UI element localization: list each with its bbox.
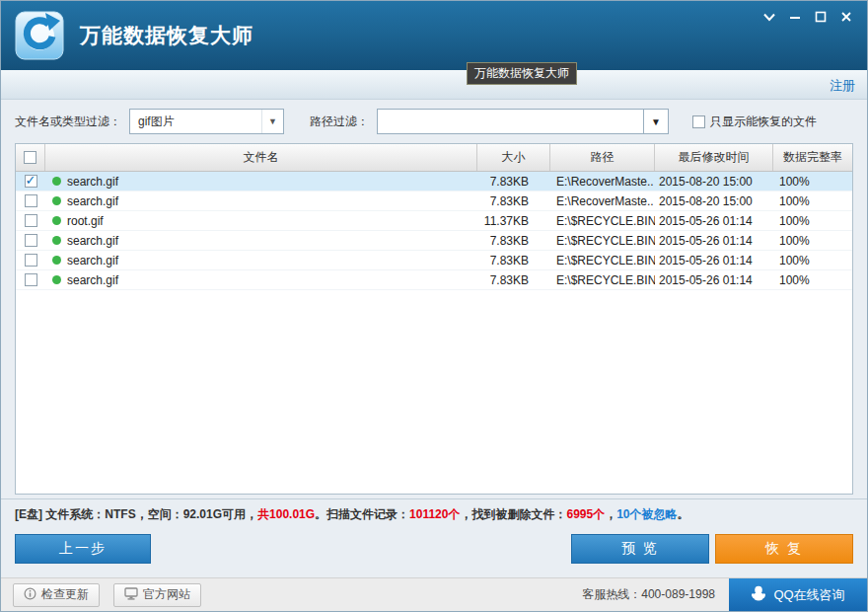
file-name: search.gif [67, 273, 118, 287]
file-name: search.gif [67, 254, 118, 268]
action-bar: 上一步 预 览 恢 复 [1, 525, 867, 573]
table-header-row: 文件名 大小 路径 最后修改时间 数据完整率 [16, 144, 852, 172]
row-checkbox[interactable] [25, 273, 37, 286]
column-header-size[interactable]: 大小 [477, 144, 550, 171]
row-checkbox[interactable] [25, 234, 37, 247]
summary-text: 。 [678, 507, 689, 521]
file-modified-time: 2015-05-26 01:14 [655, 270, 773, 289]
file-name: search.gif [67, 234, 118, 248]
only-recoverable-checkbox-group[interactable]: 只显示能恢复的文件 [692, 114, 817, 130]
recoverable-dot-icon [52, 275, 61, 284]
summary-total-size: 共100.01G [257, 507, 315, 521]
file-size: 7.83KB [477, 270, 550, 289]
file-size: 7.83KB [477, 231, 550, 250]
file-integrity: 100% [773, 231, 852, 250]
qq-support-label: QQ在线咨询 [773, 586, 844, 604]
file-type-selected-value: gif图片 [138, 114, 261, 130]
file-path: E:\$RECYCLE.BIN.. [550, 231, 655, 250]
file-integrity: 100% [773, 251, 852, 269]
file-path: E:\$RECYCLE.BIN.. [550, 251, 655, 269]
row-checkbox[interactable] [25, 175, 37, 188]
path-dropdown-arrow-icon[interactable]: ▼ [643, 109, 669, 134]
table-row[interactable]: search.gif 7.83KB E:\$RECYCLE.BIN.. 2015… [16, 270, 852, 290]
file-modified-time: 2015-08-20 15:00 [655, 191, 773, 210]
tooltip: 万能数据恢复大师 [467, 62, 577, 85]
file-modified-time: 2015-08-20 15:00 [655, 172, 773, 191]
close-icon[interactable] [833, 6, 859, 28]
previous-step-button[interactable]: 上一步 [15, 534, 151, 564]
check-update-button[interactable]: 检查更新 [13, 583, 100, 607]
table-row[interactable]: search.gif 7.83KB E:\RecoverMaste.. 2015… [16, 172, 852, 191]
summary-ignored-count: 10个被忽略 [616, 507, 677, 521]
only-recoverable-checkbox[interactable] [692, 115, 705, 128]
minimize-icon[interactable] [782, 6, 808, 28]
file-integrity: 100% [773, 172, 852, 191]
table-row[interactable]: search.gif 7.83KB E:\$RECYCLE.BIN.. 2015… [16, 231, 852, 251]
file-name: search.gif [67, 194, 118, 208]
file-type-filter-label: 文件名或类型过滤： [15, 114, 121, 130]
file-integrity: 100% [773, 211, 852, 230]
row-checkbox[interactable] [25, 214, 37, 227]
qq-penguin-icon [751, 585, 766, 604]
app-window: 万能数据恢复大师 万能数据恢复大师 注册 文件名或类型过滤： gif图片 ▼ [0, 0, 868, 612]
file-modified-time: 2015-05-26 01:14 [655, 251, 773, 269]
official-site-icon [124, 587, 138, 603]
file-path: E:\$RECYCLE.BIN.. [550, 211, 655, 230]
summary-scanned-count: 101120个 [409, 507, 460, 521]
app-logo-icon [15, 11, 64, 60]
path-filter-combo: ▼ [377, 109, 669, 134]
file-integrity: 100% [773, 191, 852, 210]
column-header-integrity[interactable]: 数据完整率 [773, 144, 852, 171]
file-size: 7.83KB [477, 251, 550, 269]
window-controls [757, 6, 859, 28]
file-name: root.gif [67, 214, 104, 228]
column-header-modified[interactable]: 最后修改时间 [655, 144, 773, 171]
select-all-checkbox[interactable] [24, 151, 36, 164]
official-site-button[interactable]: 官方网站 [113, 583, 201, 607]
filter-bar: 文件名或类型过滤： gif图片 ▼ 路径过滤： ▼ 只显示能恢复的文件 [1, 100, 867, 143]
recoverable-dot-icon [52, 236, 61, 245]
column-header-name[interactable]: 文件名 [45, 144, 477, 171]
table-row[interactable]: root.gif 11.37KB E:\$RECYCLE.BIN.. 2015-… [16, 211, 852, 231]
summary-deleted-count: 6995个 [566, 507, 605, 521]
qq-support-button[interactable]: QQ在线咨询 [729, 578, 867, 611]
table-row[interactable]: search.gif 7.83KB E:\RecoverMaste.. 2015… [16, 191, 852, 211]
app-title: 万能数据恢复大师 [80, 22, 253, 49]
recoverable-dot-icon [52, 216, 61, 225]
file-size: 7.83KB [477, 191, 550, 210]
file-path: E:\RecoverMaste.. [550, 172, 655, 191]
table-row[interactable]: search.gif 7.83KB E:\$RECYCLE.BIN.. 2015… [16, 251, 852, 270]
collapse-icon[interactable] [757, 6, 782, 28]
file-size: 7.83KB [477, 172, 550, 191]
official-site-label: 官方网站 [143, 586, 190, 603]
service-hotline: 客服热线：400-089-1998 [582, 586, 715, 603]
file-modified-time: 2015-05-26 01:14 [655, 211, 773, 230]
dropdown-arrow-icon[interactable]: ▼ [261, 110, 283, 133]
column-header-path[interactable]: 路径 [550, 144, 655, 171]
file-path: E:\RecoverMaste.. [550, 191, 655, 210]
preview-button[interactable]: 预 览 [571, 534, 709, 564]
path-filter-label: 路径过滤： [310, 114, 369, 130]
file-path: E:\$RECYCLE.BIN.. [550, 270, 655, 289]
summary-text: ，找到被删除文件： [460, 507, 566, 521]
recover-button[interactable]: 恢 复 [715, 534, 853, 564]
path-filter-input[interactable] [377, 109, 643, 134]
subheader: 注册 [1, 70, 867, 100]
only-recoverable-label: 只显示能恢复的文件 [710, 114, 817, 130]
footer-bar: 检查更新 官方网站 客服热线：400-089-1998 QQ在线咨询 [1, 577, 867, 611]
summary-text: 。扫描文件记录： [315, 507, 409, 521]
row-checkbox[interactable] [25, 194, 37, 207]
titlebar: 万能数据恢复大师 [1, 1, 867, 70]
scan-summary: [E盘] 文件系统：NTFS，空间：92.01G可用，共100.01G。扫描文件… [1, 499, 867, 525]
recoverable-dot-icon [52, 256, 61, 265]
recoverable-dot-icon [52, 177, 61, 186]
register-link[interactable]: 注册 [830, 77, 855, 95]
file-name: search.gif [67, 175, 118, 189]
maximize-icon[interactable] [808, 6, 833, 28]
file-modified-time: 2015-05-26 01:14 [655, 231, 773, 250]
file-table: 文件名 大小 路径 最后修改时间 数据完整率 search.gif 7.83KB… [15, 143, 853, 495]
row-checkbox[interactable] [25, 254, 37, 267]
summary-text: [E盘] 文件系统：NTFS，空间：92.01G可用， [15, 507, 257, 521]
check-update-label: 检查更新 [41, 586, 89, 603]
file-type-dropdown[interactable]: gif图片 ▼ [129, 109, 284, 134]
